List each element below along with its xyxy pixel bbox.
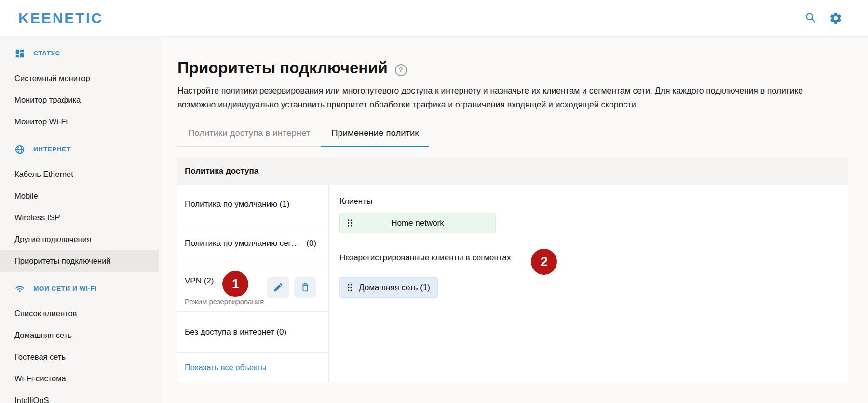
sidebar-item-connection-priorities[interactable]: Приоритеты подключений [0, 250, 159, 272]
panel-header: Политика доступа [177, 157, 848, 185]
sidebar-item-home-network[interactable]: Домашняя сеть [0, 324, 159, 346]
sidebar-section-my-networks[interactable]: МОИ СЕТИ И WI-FI [0, 278, 159, 299]
sidebar-item-traffic-monitor[interactable]: Монитор трафика [0, 89, 159, 111]
policy-count: (0) [306, 239, 316, 248]
tab-bar: Политики доступа в интернет Применение п… [177, 128, 429, 147]
sidebar-item-wifi-system[interactable]: Wi-Fi-система [0, 368, 159, 390]
annotation-step-2-badge: 2 [531, 249, 557, 275]
search-icon [804, 12, 817, 25]
tab-access-policies[interactable]: Политики доступа в интернет [177, 128, 321, 147]
clients-label: Клиенты [339, 197, 848, 206]
unregistered-clients-label: Незарегистрированные клиенты в сегментах [339, 253, 511, 263]
sidebar-item-other-connections[interactable]: Другие подключения [0, 228, 159, 250]
policy-name: Политика по умолчанию сег… [185, 239, 299, 248]
sidebar-section-label: МОИ СЕТИ И WI-FI [33, 285, 97, 292]
policy-list: Политика по умолчанию (1) Политика по ум… [177, 185, 329, 382]
sidebar-item-wireless-isp[interactable]: Wireless ISP [0, 207, 159, 228]
sidebar-item-client-list[interactable]: Список клиентов [0, 303, 159, 324]
keenetic-logo[interactable]: KEENETIC [18, 10, 103, 27]
drag-handle-icon[interactable] [346, 283, 353, 292]
sidebar-item-intelliqos[interactable]: IntelliQoS [0, 390, 159, 403]
delete-policy-button[interactable] [294, 277, 316, 298]
header-actions [803, 11, 843, 26]
policy-row-no-access[interactable]: Без доступа в интернет (0) [177, 312, 328, 353]
show-all-row: Показать все объекты [177, 353, 328, 382]
trash-icon [300, 282, 311, 293]
sidebar-section-internet[interactable]: ИНТЕРНЕТ [0, 138, 159, 160]
policy-name: Без доступа в интернет (0) [185, 327, 286, 337]
sidebar-item-wifi-monitor[interactable]: Монитор Wi-Fi [0, 111, 159, 133]
sidebar-item-mobile[interactable]: Mobile [0, 185, 159, 207]
sidebar-section-label: СТАТУС [33, 50, 60, 57]
sidebar-section-label: ИНТЕРНЕТ [33, 146, 71, 153]
policy-row-segment-default[interactable]: Политика по умолчанию сег… (0) [177, 224, 328, 263]
dashboard-icon [14, 48, 25, 59]
edit-policy-button[interactable] [267, 277, 289, 298]
chip-label: Home network [353, 218, 482, 228]
page-title: Приоритеты подключений [177, 57, 388, 79]
globe-icon [14, 144, 25, 155]
search-button[interactable] [803, 11, 818, 26]
sidebar-section-status[interactable]: СТАТУС [0, 42, 159, 64]
segment-chip-home-network[interactable]: Домашняя сеть (1) [339, 277, 438, 298]
sidebar-nav: СТАТУС Системный монитор Монитор трафика… [0, 37, 159, 403]
gear-icon [829, 12, 842, 25]
policy-row-vpn[interactable]: VPN (2) 1 [177, 263, 328, 312]
top-header: KEENETIC [0, 0, 868, 37]
policy-details: Клиенты Home network Незарегистрированны… [329, 185, 848, 382]
policy-mode-label: Режим резервирования [185, 297, 316, 306]
pencil-icon [273, 282, 284, 293]
help-icon[interactable]: ? [395, 64, 407, 76]
annotation-step-1-badge: 1 [222, 271, 248, 297]
page-description: Настройте политики резервирования или мн… [177, 84, 824, 112]
client-chip-home-network[interactable]: Home network [339, 213, 496, 233]
sidebar-item-system-monitor[interactable]: Системный монитор [0, 67, 159, 89]
policy-name: VPN (2) [185, 276, 214, 286]
drag-handle-icon[interactable] [346, 218, 353, 228]
show-all-objects-link[interactable]: Показать все объекты [185, 363, 267, 372]
tab-policy-application[interactable]: Применение политик [321, 128, 429, 147]
sidebar-item-guest-network[interactable]: Гостевая сеть [0, 346, 159, 368]
sidebar-item-ethernet[interactable]: Кабель Ethernet [0, 163, 159, 185]
chip-label: Домашняя сеть (1) [359, 283, 430, 293]
policy-panel: Политика доступа Политика по умолчанию (… [177, 157, 848, 382]
settings-button[interactable] [828, 11, 843, 26]
policy-row-default[interactable]: Политика по умолчанию (1) [177, 185, 328, 224]
policy-name: Политика по умолчанию (1) [185, 200, 289, 209]
wifi-icon [14, 283, 25, 294]
main-content: Приоритеты подключений ? Настройте полит… [159, 37, 868, 403]
